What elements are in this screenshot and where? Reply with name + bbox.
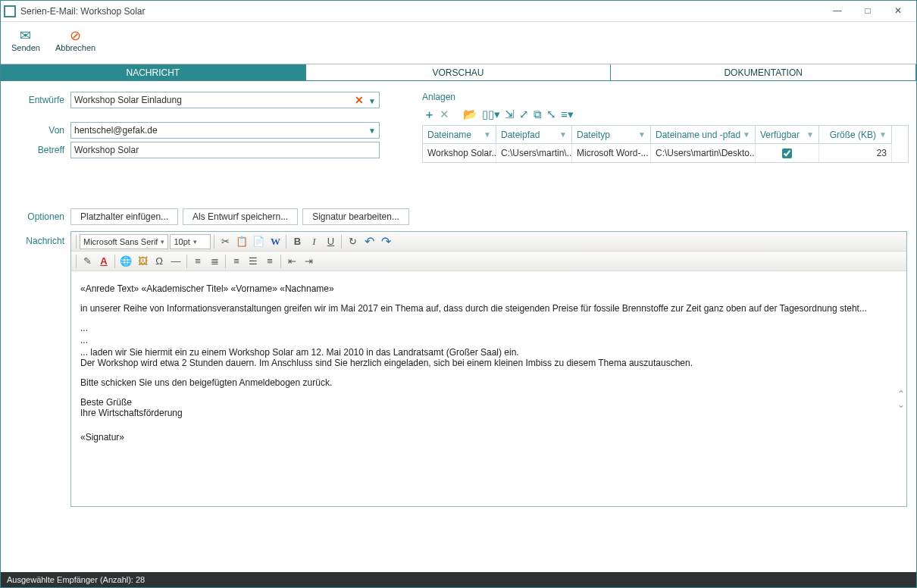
list-icon[interactable]: ≡▾ <box>561 108 574 121</box>
filter-icon[interactable]: ▼ <box>638 130 646 139</box>
col-size[interactable]: Größe (KB)▼ <box>819 126 892 144</box>
filter-icon[interactable]: ▼ <box>743 130 750 139</box>
grid-header: Dateiname▼ Dateipfad▼ Dateityp▼ Dateinam… <box>423 126 908 144</box>
chevron-down-icon[interactable]: ▼ <box>368 127 376 135</box>
minimize-button[interactable]: — <box>822 2 853 20</box>
align-center-icon[interactable]: ☰ <box>246 254 261 269</box>
tool2-icon[interactable]: ⤢ <box>519 108 529 121</box>
cut-icon[interactable]: ✂ <box>218 234 233 249</box>
tab-documentation[interactable]: DOKUMENTATION <box>611 64 916 80</box>
insert-placeholder-button[interactable]: Platzhalter einfügen... <box>70 208 178 225</box>
tool3-icon[interactable]: ⧉ <box>534 108 542 121</box>
bold-icon[interactable]: B <box>289 234 305 249</box>
chevron-down-icon[interactable]: ▼ <box>368 97 376 105</box>
scroll-hint-icon[interactable]: ⌃⌄ <box>897 389 905 410</box>
form-area: Entwürfe Workshop Solar Einladung ✕▼ Von… <box>1 81 916 163</box>
redo-icon[interactable]: ↷ <box>378 234 393 249</box>
folder-icon[interactable]: 📂 <box>463 108 477 121</box>
filter-icon[interactable]: ▼ <box>484 130 491 139</box>
refresh-icon[interactable]: ↻ <box>345 234 360 249</box>
subject-value: Workshop Solar <box>74 145 139 155</box>
subject-input[interactable]: Workshop Solar <box>70 142 380 158</box>
drafts-input[interactable]: Workshop Solar Einladung ✕▼ <box>70 92 380 108</box>
from-value: hentschel@gefak.de <box>74 125 158 136</box>
send-icon: ✉ <box>20 27 31 45</box>
paste-icon[interactable]: 📄 <box>251 234 266 249</box>
ul-icon[interactable]: ≣ <box>207 254 222 269</box>
textcolor-icon[interactable]: A <box>96 254 111 269</box>
italic-icon[interactable]: I <box>306 234 321 249</box>
word-icon[interactable]: W <box>268 234 283 249</box>
link-icon[interactable]: 🌐 <box>118 254 133 269</box>
status-text: Ausgewählte Empfänger (Anzahl): 28 <box>7 575 145 584</box>
delete-icon[interactable]: ✕ <box>440 108 449 121</box>
options-row: Optionen Platzhalter einfügen... Als Ent… <box>1 208 916 228</box>
col-namepath[interactable]: Dateiname und -pfad▼ <box>651 126 756 144</box>
cell-avail[interactable] <box>756 144 819 162</box>
align-right-icon[interactable]: ≡ <box>262 254 277 269</box>
tool1-icon[interactable]: ⇲ <box>505 108 515 121</box>
filter-icon[interactable]: ▼ <box>559 130 567 139</box>
body-line: in unserer Reihe von Informationsveranst… <box>80 303 897 314</box>
col-type[interactable]: Dateityp▼ <box>572 126 651 144</box>
cell-path: C:\Users\martin\... <box>496 144 572 162</box>
body-line: ... <box>80 335 897 346</box>
attachments-panel: Anlagen ＋ ✕ 📂 ▯▯▾ ⇲ ⤢ ⧉ ⤡ ≡▾ Dateiname▼ … <box>380 92 909 163</box>
size-select[interactable]: 10pt▾ <box>170 234 211 249</box>
col-avail[interactable]: Verfügbar▼ <box>756 126 819 144</box>
editor-toolbar-2: ✎ A 🌐 🖼 Ω — ≡ ≣ ≡ ☰ ≡ ⇤ ⇥ <box>71 252 906 271</box>
editor-toolbar-1: Microsoft Sans Serif▾ 10pt▾ ✂ 📋 📄 W B I … <box>71 232 906 252</box>
tab-message[interactable]: NACHRICHT <box>1 64 306 80</box>
close-button[interactable]: ✕ <box>883 2 913 20</box>
statusbar: Ausgewählte Empfänger (Anzahl): 28 <box>1 572 916 587</box>
cell-type: Microsoft Word-... <box>572 144 651 162</box>
col-path[interactable]: Dateipfad▼ <box>496 126 572 144</box>
left-form: Entwürfe Workshop Solar Einladung ✕▼ Von… <box>8 92 380 163</box>
cancel-icon: ⊘ <box>70 27 81 45</box>
expand-icon[interactable]: ⤡ <box>546 108 556 121</box>
underline-icon[interactable]: U <box>323 234 338 249</box>
clear-icon[interactable]: ✕ <box>355 94 364 106</box>
align-left-icon[interactable]: ≡ <box>229 254 244 269</box>
columns-icon[interactable]: ▯▯▾ <box>482 108 500 121</box>
message-label: Nachricht <box>8 236 70 246</box>
indent-icon[interactable]: ⇥ <box>301 254 316 269</box>
grid-row[interactable]: Workshop Solar... C:\Users\martin\... Mi… <box>423 144 908 162</box>
attachments-toolbar: ＋ ✕ 📂 ▯▯▾ ⇲ ⤢ ⧉ ⤡ ≡▾ <box>422 105 909 124</box>
image-icon[interactable]: 🖼 <box>135 254 150 269</box>
outdent-icon[interactable]: ⇤ <box>284 254 299 269</box>
from-input[interactable]: hentschel@gefak.de ▼ <box>70 122 380 139</box>
font-select[interactable]: Microsoft Sans Serif▾ <box>80 234 168 249</box>
main-toolbar: ✉ Senden ⊘ Abbrechen <box>1 22 916 64</box>
undo-icon[interactable]: ↶ <box>361 234 377 249</box>
send-button[interactable]: ✉ Senden <box>7 25 45 52</box>
brush-icon[interactable]: ✎ <box>80 254 95 269</box>
cell-namepath: C:\Users\martin\Deskto... <box>651 144 756 162</box>
save-draft-button[interactable]: Als Entwurf speichern... <box>183 208 298 225</box>
filter-icon[interactable]: ▼ <box>806 130 814 139</box>
editor-body[interactable]: «Anrede Text» «Akademischer Titel» «Vorn… <box>71 271 906 506</box>
hr-icon[interactable]: — <box>168 254 183 269</box>
edit-signature-button[interactable]: Signatur bearbeiten... <box>302 208 409 225</box>
body-line: Bitte schicken Sie uns den beigefügten A… <box>80 377 897 388</box>
cell-name: Workshop Solar... <box>423 144 496 162</box>
tabs: NACHRICHT VORSCHAU DOKUMENTATION <box>1 64 916 81</box>
app-icon <box>4 5 16 17</box>
col-name[interactable]: Dateiname▼ <box>423 126 496 144</box>
body-line: Der Workshop wird etwa 2 Stunden dauern.… <box>80 358 897 368</box>
tab-preview[interactable]: VORSCHAU <box>306 64 612 80</box>
add-icon[interactable]: ＋ <box>424 108 435 122</box>
body-line: ... <box>80 323 897 333</box>
cancel-button[interactable]: ⊘ Abbrechen <box>51 25 100 52</box>
maximize-button[interactable]: □ <box>853 2 883 20</box>
drafts-value: Workshop Solar Einladung <box>74 95 182 105</box>
body-line: «Signatur» <box>80 432 897 443</box>
copy-icon[interactable]: 📋 <box>234 234 249 249</box>
filter-icon[interactable]: ▼ <box>879 130 887 139</box>
attachments-grid: Dateiname▼ Dateipfad▼ Dateityp▼ Dateinam… <box>422 125 909 163</box>
body-line: Ihre Wirtschaftsförderung <box>80 408 897 418</box>
symbol-icon[interactable]: Ω <box>152 254 167 269</box>
ol-icon[interactable]: ≡ <box>190 254 205 269</box>
subject-label: Betreff <box>8 145 70 155</box>
cell-size: 23 <box>819 144 892 162</box>
